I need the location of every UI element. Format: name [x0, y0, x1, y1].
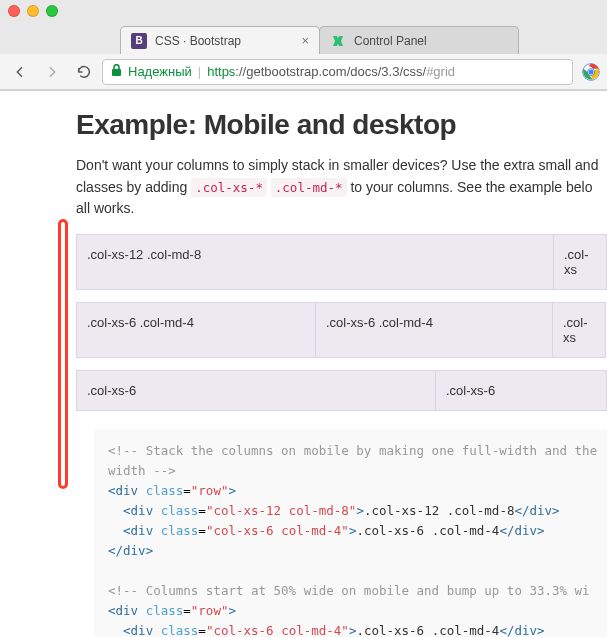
window-minimize-button[interactable]: [27, 5, 39, 17]
secure-label: Надежный: [128, 64, 192, 79]
grid-cell: .col-xs-12 .col-md-8: [76, 234, 554, 290]
grid-row: .col-xs-12 .col-md-8.col-xs: [76, 234, 607, 290]
intro-paragraph: Don't want your columns to simply stack …: [76, 155, 607, 220]
svg-point-4: [589, 69, 594, 74]
close-icon[interactable]: ×: [301, 33, 309, 48]
grid-cell: .col-xs-6: [435, 370, 607, 411]
tab-title: CSS · Bootstrap: [155, 34, 293, 48]
tab-bootstrap[interactable]: B CSS · Bootstrap ×: [120, 26, 320, 54]
lock-icon: [111, 64, 122, 80]
address-bar: Надежный | https://getbootstrap.com/docs…: [0, 54, 607, 90]
url-text: https://getbootstrap.com/docs/3.3/css/#g…: [207, 64, 455, 79]
code-snippet: <!-- Stack the columns on mobile by maki…: [94, 429, 607, 637]
highlight-annotation: [58, 219, 68, 489]
cpanel-favicon: [330, 33, 346, 49]
code-inline: .col-xs-*: [191, 178, 267, 197]
back-button[interactable]: [6, 58, 34, 86]
grid-cell: .col-xs-6 .col-md-4: [76, 302, 316, 358]
grid-cell: .col-xs: [553, 234, 607, 290]
extension-icon[interactable]: [581, 62, 601, 82]
window-close-button[interactable]: [8, 5, 20, 17]
code-inline: .col-md-*: [271, 178, 347, 197]
tab-strip: B CSS · Bootstrap × Control Panel: [0, 22, 607, 54]
forward-button[interactable]: [38, 58, 66, 86]
grid-row: .col-xs-6.col-xs-6: [76, 370, 607, 411]
separator: |: [198, 64, 201, 79]
window-zoom-button[interactable]: [46, 5, 58, 17]
tab-control-panel[interactable]: Control Panel: [319, 26, 519, 54]
grid-cell: .col-xs-6: [76, 370, 436, 411]
svg-rect-0: [112, 69, 121, 76]
grid-example: .col-xs-12 .col-md-8.col-xs.col-xs-6 .co…: [76, 234, 607, 411]
bootstrap-favicon: B: [131, 33, 147, 49]
section-heading: Example: Mobile and desktop: [76, 109, 607, 141]
reload-button[interactable]: [70, 58, 98, 86]
window-titlebar: [0, 0, 607, 22]
url-input[interactable]: Надежный | https://getbootstrap.com/docs…: [102, 59, 573, 85]
grid-row: .col-xs-6 .col-md-4.col-xs-6 .col-md-4.c…: [76, 302, 607, 358]
grid-cell: .col-xs: [552, 302, 606, 358]
grid-cell: .col-xs-6 .col-md-4: [315, 302, 553, 358]
tab-title: Control Panel: [354, 34, 508, 48]
